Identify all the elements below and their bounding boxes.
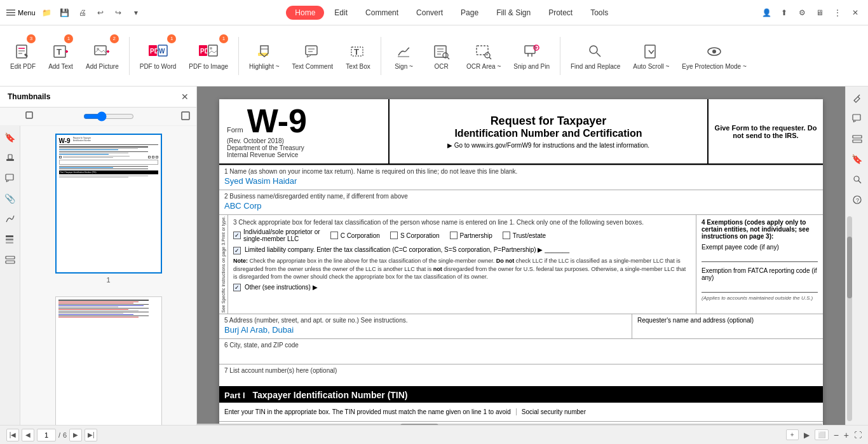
tab-fill-sign[interactable]: Fill & Sign [489, 6, 538, 20]
edit-right-icon[interactable] [848, 89, 866, 107]
tab-home[interactable]: Home [286, 6, 324, 20]
find-replace-button[interactable]: Find and Replace [566, 31, 625, 81]
field-2-row: 2 Business name/disregarded entity name,… [219, 190, 823, 215]
edit-pdf-button[interactable]: 3 Edit PDF [5, 31, 41, 81]
sign-button[interactable]: Sign ~ [386, 31, 421, 81]
pdf-viewer[interactable]: Form W-9 (Rev. October 2018) Department … [197, 87, 845, 444]
titlebar-right: 👤 ⬆ ⚙ 🖥 ⋮ ✕ [760, 6, 862, 19]
svg-point-39 [485, 53, 490, 58]
irs-link: ▶ Go to www.irs.gov/FormW9 for instructi… [447, 142, 649, 149]
thumbnail-page-1[interactable]: W-9 Request for TaxpayerIdentification N… [25, 131, 191, 286]
share-icon[interactable]: ⬆ [778, 6, 790, 19]
signature-tool-icon[interactable] [1, 210, 19, 228]
open-folder-icon[interactable]: 📁 [41, 6, 53, 19]
fields-tool-icon[interactable] [1, 251, 19, 268]
zoom-out-button[interactable]: − [834, 430, 839, 440]
comments-tool-icon[interactable] [1, 169, 19, 187]
fit-page-button[interactable]: ⬜ [815, 429, 829, 440]
prev-page-button[interactable]: ◀ [22, 429, 34, 441]
close-icon[interactable]: ✕ [849, 6, 862, 19]
thumbnail-page-2[interactable]: 2 [25, 286, 191, 444]
tab-comment[interactable]: Comment [358, 6, 406, 20]
redo-icon[interactable]: ↪ [112, 6, 125, 19]
add-picture-button[interactable]: 2 Add Picture [81, 31, 124, 81]
tab-tools[interactable]: Tools [583, 6, 616, 20]
menu-button[interactable]: Menu [6, 8, 36, 17]
part-1-title: Taxpayer Identification Number (TIN) [253, 390, 408, 400]
add-text-label: Add Text [48, 63, 73, 71]
pdf-to-image-label: PDF to Image [189, 63, 228, 71]
other-checkbox[interactable]: ✓ [233, 284, 241, 291]
last-page-button[interactable]: ▶| [85, 429, 97, 441]
thumb-zoom-slider[interactable] [83, 111, 134, 121]
svg-rect-55 [6, 235, 13, 237]
give-form-text: Give Form to the requester. Do not send … [714, 124, 818, 139]
print-icon[interactable]: 🖨 [76, 6, 89, 19]
checkbox-scorp-box[interactable] [390, 232, 398, 239]
add-text-button[interactable]: 1 T Add Text [43, 31, 78, 81]
eye-protection-button[interactable]: Eye Protection Mode ~ [677, 31, 751, 81]
search-right-icon[interactable] [848, 170, 866, 188]
tab-edit[interactable]: Edit [327, 6, 355, 20]
eye-protection-icon [704, 41, 724, 62]
w9-center-block: Request for Taxpayer Identification Numb… [390, 99, 709, 163]
checkbox-partnership-box[interactable] [450, 232, 458, 239]
svg-rect-26 [306, 46, 317, 55]
more-options-icon[interactable]: ⋮ [831, 6, 844, 19]
section-3-content: 3 Check appropriate box for federal tax … [228, 215, 696, 314]
account-icon[interactable]: 👤 [760, 6, 773, 19]
v-scrollbar[interactable] [847, 216, 852, 421]
page-number-input[interactable] [37, 429, 56, 441]
text-box-button[interactable]: T Text Box [341, 31, 376, 81]
text-comment-button[interactable]: Text Comment [287, 31, 338, 81]
auto-scroll-button[interactable]: Auto Scroll ~ [628, 31, 674, 81]
monitor-icon[interactable]: 🖥 [813, 6, 826, 19]
highlight-button[interactable]: Highlight ~ [244, 31, 285, 81]
form-label: Form [227, 126, 243, 134]
first-page-button[interactable]: |◀ [6, 429, 19, 441]
tab-page[interactable]: Page [453, 6, 486, 20]
snip-pin-label: Snip and Pin [513, 63, 550, 71]
save-icon[interactable]: 💾 [58, 6, 71, 19]
checkbox-trust-box[interactable] [503, 232, 510, 239]
svg-text:W: W [159, 48, 165, 55]
help-right-icon[interactable]: ? [848, 191, 866, 209]
attachment-tool-icon[interactable]: 📎 [1, 190, 19, 207]
toolbar: 3 Edit PDF 1 T Add Text 2 Add Picture 1 … [0, 25, 868, 87]
thumb-zoom-in-icon[interactable] [181, 110, 191, 123]
next-page-button[interactable]: ▶ [69, 429, 82, 441]
add-page-button[interactable]: + [786, 429, 799, 440]
undo-icon[interactable]: ↩ [94, 6, 107, 19]
field-7-row: 7 List account number(s) here (optional) [219, 364, 823, 387]
pdf-to-word-button[interactable]: 1 PDFW PDF to Word [135, 31, 182, 81]
comment-right-icon[interactable] [848, 109, 866, 127]
llc-checkbox[interactable]: ✓ [233, 247, 241, 254]
stamp-tool-icon[interactable] [1, 149, 19, 167]
ocr-area-button[interactable]: OCR Area ~ [461, 31, 506, 81]
svg-point-49 [712, 50, 716, 53]
zoom-in-button[interactable]: + [844, 430, 849, 440]
toolbar-sep-1 [129, 37, 130, 75]
close-sidebar-button[interactable]: ✕ [181, 92, 189, 102]
tab-protect[interactable]: Protect [541, 6, 580, 20]
bookmark-tool-icon[interactable]: 🔖 [1, 128, 19, 146]
more-icon[interactable]: ▾ [130, 6, 142, 19]
v-scrollbar-thumb[interactable] [847, 237, 852, 298]
checkbox-individual-box[interactable]: ✓ [233, 232, 241, 239]
thumb-zoom-out-icon[interactable] [25, 110, 36, 123]
ocr-button[interactable]: OCR [424, 31, 459, 81]
fields-right-icon[interactable] [848, 130, 866, 148]
svg-line-65 [858, 181, 861, 183]
toolbar-sep-4 [560, 37, 560, 75]
page-1-number: 1 [106, 276, 110, 284]
checkbox-ccorp-box[interactable] [330, 232, 338, 239]
fullscreen-button[interactable]: ⛶ [854, 431, 862, 440]
play-button[interactable]: ▶ [804, 431, 810, 440]
layers-tool-icon[interactable] [1, 230, 19, 248]
auto-scroll-label: Auto Scroll ~ [633, 63, 669, 71]
bookmark-right-icon[interactable]: 🔖 [848, 150, 866, 168]
snip-pin-button[interactable]: Snip and Pin [508, 31, 555, 81]
settings-icon[interactable]: ⚙ [796, 6, 808, 19]
pdf-to-image-button[interactable]: 1 PDF PDF to Image [184, 31, 233, 81]
tab-convert[interactable]: Convert [409, 6, 451, 20]
